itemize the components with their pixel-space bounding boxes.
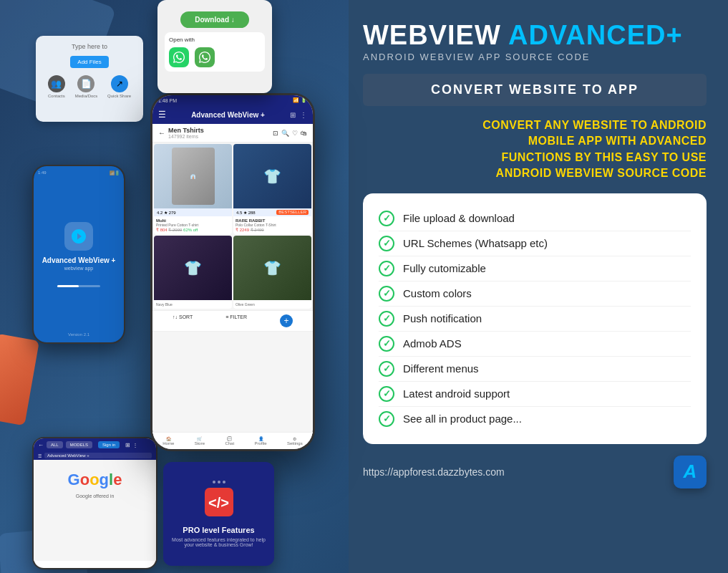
- media-label: Media/Docs: [75, 94, 98, 98]
- dot-2: [218, 481, 220, 483]
- main-phone: 1:48 PM 📶 🔋 ☰ Advanced WebView + ⊞ ⋮ ← M…: [150, 93, 315, 451]
- splash-app-sub: webview app: [64, 266, 93, 271]
- file-placeholder: Type here to: [43, 43, 136, 50]
- hamburger-icon[interactable]: ☰: [158, 110, 166, 120]
- dot-1: [213, 481, 215, 483]
- product-image-2: 👕: [233, 144, 311, 208]
- product-card-2[interactable]: 👕 4.5 ★ 288 BESTSELLER RARE RABBIT Polo …: [233, 144, 311, 234]
- product-price-2: ₹ 2249 ₹ 2499: [236, 227, 309, 232]
- phone-status-bar: 1:48 PM 📶 🔋: [152, 95, 313, 105]
- browser-dots-icon[interactable]: ⋮: [132, 442, 138, 448]
- splash-app-title: Advanced WebView +: [42, 256, 116, 264]
- bottom-nav-settings[interactable]: ⚙Settings: [287, 436, 303, 446]
- add-icon[interactable]: +: [280, 314, 293, 327]
- browser-grid-icon[interactable]: ⊞: [125, 442, 130, 448]
- phone-toolbar-title: Advanced WebView +: [191, 111, 265, 119]
- feature-text-7: Latest android support: [403, 387, 510, 400]
- check-icon-2: ✓: [379, 261, 394, 276]
- product-grid: 👔 4.2 ★ 279 Multi Printed Pure Cotton T-…: [152, 143, 313, 310]
- file-upload-ui: Type here to Add Files 👥 Contacts 📄 Medi…: [36, 36, 143, 122]
- filter-button[interactable]: ≡ FILTER: [225, 314, 247, 327]
- product-rating-2: 4.5 ★ 288: [236, 210, 256, 215]
- product-price-1: ₹ 804 ₹ 2099 62% off: [156, 227, 230, 232]
- share-icon: ↗: [111, 75, 128, 92]
- browser-tab-all[interactable]: ALL: [47, 441, 63, 448]
- browser-menu-icon[interactable]: ☰: [38, 453, 42, 458]
- file-icon-row: 👥 Contacts 📄 Media/Docs ↗ Quick Share: [43, 75, 136, 98]
- product-bestseller: BESTSELLER: [276, 210, 309, 215]
- check-icon-3: ✓: [379, 286, 394, 302]
- splash-status-bar: 1:49📶🔋: [34, 169, 124, 177]
- product-card-4[interactable]: 👕 Olive Green: [233, 236, 311, 309]
- product-card-3[interactable]: 👕 Navy Blue: [154, 236, 232, 309]
- nav-title: Men Tshirts: [168, 127, 204, 134]
- bottom-nav-chat[interactable]: 💬Chat: [225, 436, 234, 446]
- grid-view-icon[interactable]: ⊡: [273, 130, 278, 137]
- brand-logo: A: [674, 456, 707, 488]
- cart-icon[interactable]: 🛍: [301, 130, 307, 137]
- feature-text-5: Admob ADS: [403, 337, 462, 350]
- title-plus: +: [666, 20, 682, 50]
- browser-tab-models[interactable]: MODELS: [66, 441, 92, 448]
- status-icons: 📶 🔋: [293, 97, 307, 103]
- splash-logo: [64, 222, 93, 251]
- title-webview: WEBVIEW: [363, 20, 501, 50]
- feature-item-8: ✓ See all in product page...: [379, 407, 691, 431]
- phone-toolbar: ☰ Advanced WebView + ⊞ ⋮: [152, 105, 313, 124]
- main-phone-screen: 1:48 PM 📶 🔋 ☰ Advanced WebView + ⊞ ⋮ ← M…: [152, 95, 313, 449]
- whatsapp-icon-2[interactable]: [195, 47, 215, 67]
- product-card-1[interactable]: 👔 4.2 ★ 279 Multi Printed Pure Cotton T-…: [154, 144, 232, 234]
- convert-desc-line2: MOBILE APP WITH ADVANCED: [363, 133, 707, 149]
- product-rating-1: 4.2 ★ 279: [157, 210, 176, 215]
- convert-banner: CONVERT WEBSITE TO APP: [363, 74, 707, 106]
- browser-url-field[interactable]: Advanced WebView +: [44, 453, 152, 458]
- convert-description: CONVERT ANY WEBSITE TO ANDROID MOBILE AP…: [363, 117, 707, 182]
- feature-text-0: File upload & download: [403, 212, 515, 224]
- feature-item-5: ✓ Admob ADS: [379, 332, 691, 357]
- website-url[interactable]: https://appforest.dazzbytes.com: [363, 466, 505, 478]
- wishlist-icon[interactable]: ♡: [292, 130, 298, 137]
- bottom-nav-store[interactable]: 🛒Store: [195, 436, 205, 446]
- product-info-2: RARE RABBIT Polo Collar Cotton T-Shirt ₹…: [233, 216, 311, 234]
- check-icon-5: ✓: [379, 336, 394, 352]
- pro-card-dots: [213, 481, 225, 483]
- bottom-nav-home[interactable]: 🏠Home: [162, 436, 174, 446]
- back-arrow-icon[interactable]: ←: [158, 129, 165, 137]
- search-icon[interactable]: 🔍: [281, 130, 289, 137]
- features-card: ✓ File upload & download ✓ URL Schemes (…: [363, 193, 707, 444]
- app-subtitle: ANDROID WEBVIEW APP SOURCE CODE: [363, 52, 707, 62]
- product-image-3: 👕: [154, 236, 232, 300]
- convert-desc-line1: CONVERT ANY WEBSITE TO ANDROID: [363, 117, 707, 133]
- product-info-1: Multi Printed Pure Cotton T-shirt ₹ 804 …: [154, 216, 232, 234]
- phone-sort-filter-bar: ↑↓ SORT ≡ FILTER +: [152, 310, 313, 332]
- feature-item-1: ✓ URL Schemes (Whatsapp etc): [379, 231, 691, 256]
- right-panel: WEBVIEW ADVANCED+ ANDROID WEBVIEW APP SO…: [349, 0, 728, 573]
- feature-text-1: URL Schemes (Whatsapp etc): [403, 237, 548, 249]
- browser-back-icon[interactable]: ←: [38, 442, 44, 448]
- app-header: WEBVIEW ADVANCED+ ANDROID WEBVIEW APP SO…: [363, 21, 707, 62]
- add-files-button[interactable]: Add Files: [70, 56, 108, 68]
- media-icon: 📄: [77, 75, 94, 92]
- contacts-label: Contacts: [48, 94, 65, 98]
- bottom-nav-profile[interactable]: 👤Profile: [255, 436, 267, 446]
- pro-card-subtitle: Most advanced features integrated to hel…: [170, 537, 267, 547]
- check-icon-4: ✓: [379, 311, 394, 327]
- menu-dots-icon[interactable]: ⋮: [300, 111, 307, 119]
- grid-icon[interactable]: ⊞: [290, 111, 296, 119]
- status-time: 1:48 PM: [158, 98, 177, 103]
- browser-address-bar: ☰ Advanced WebView +: [34, 451, 156, 460]
- title-advanced: ADVANCED: [508, 20, 666, 50]
- browser-toolbar: ← ALL MODELS Sign in ⊞ ⋮: [34, 438, 156, 451]
- svg-text:</>: </>: [208, 495, 229, 511]
- whatsapp-icon-1[interactable]: [169, 47, 189, 67]
- browser-content: Google Google offered in: [34, 460, 156, 561]
- feature-text-6: Different menus: [403, 362, 479, 375]
- download-dialog: Download ↓ Open with: [157, 0, 272, 93]
- sort-button[interactable]: ↑↓ SORT: [173, 314, 193, 327]
- download-button[interactable]: Download ↓: [180, 11, 249, 28]
- phone-bottom-nav: 🏠Home 🛒Store 💬Chat 👤Profile ⚙Settings: [152, 432, 313, 449]
- dot-3: [223, 481, 225, 483]
- feature-text-4: Push notification: [403, 312, 482, 324]
- browser-signin-button[interactable]: Sign in: [98, 441, 120, 448]
- splash-progress-bar: [57, 285, 100, 287]
